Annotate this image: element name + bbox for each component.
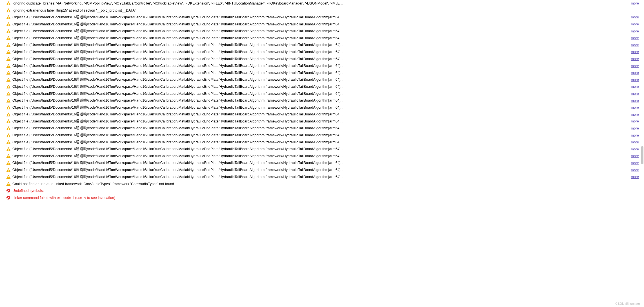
warning-icon	[6, 147, 11, 152]
more-link[interactable]: more	[631, 154, 639, 158]
issue-message: Object file (/Users/hand5/Documents/16通道…	[12, 105, 628, 110]
issue-row[interactable]: Linker command failed with exit code 1 (…	[0, 194, 644, 201]
issue-message: Object file (/Users/hand5/Documents/16通道…	[12, 119, 628, 124]
issue-row[interactable]: Object file (/Users/hand5/Documents/16通道…	[0, 83, 644, 90]
issue-row[interactable]: Undefined symbols:	[0, 187, 644, 194]
more-link[interactable]: more	[631, 43, 639, 47]
more-link[interactable]: more	[631, 64, 639, 68]
issue-message: Object file (/Users/hand5/Documents/16通道…	[12, 98, 628, 103]
issue-row[interactable]: Object file (/Users/hand5/Documents/16通道…	[0, 166, 644, 174]
issue-message: Object file (/Users/hand5/Documents/16通道…	[12, 140, 628, 145]
more-link[interactable]: more	[631, 119, 639, 123]
issue-row[interactable]: Ignoring duplicate libraries: '-lAFNetwo…	[0, 0, 644, 7]
issue-row[interactable]: Object file (/Users/hand5/Documents/16通道…	[0, 76, 644, 84]
svg-point-21	[8, 74, 9, 74]
more-link[interactable]: more	[631, 140, 639, 144]
svg-rect-6	[8, 23, 9, 25]
svg-point-9	[8, 32, 9, 32]
more-link[interactable]: more	[631, 29, 639, 33]
more-link[interactable]: more	[631, 92, 639, 96]
error-icon	[6, 196, 11, 200]
issue-message: Object file (/Users/hand5/Documents/16通道…	[12, 63, 628, 68]
issue-row[interactable]: Object file (/Users/hand5/Documents/16通道…	[0, 132, 644, 139]
issue-row[interactable]: Object file (/Users/hand5/Documents/16通道…	[0, 21, 644, 28]
svg-rect-14	[8, 51, 9, 53]
issue-message: Object file (/Users/hand5/Documents/16通道…	[12, 147, 628, 152]
issue-row[interactable]: Object file (/Users/hand5/Documents/16通道…	[0, 28, 644, 35]
svg-rect-10	[8, 37, 9, 39]
more-link[interactable]: more	[631, 22, 639, 26]
more-link[interactable]: more	[631, 161, 639, 165]
issue-message: Object file (/Users/hand5/Documents/16通道…	[12, 126, 628, 131]
error-icon	[6, 188, 11, 193]
svg-rect-32	[8, 114, 9, 115]
more-link[interactable]: more	[631, 71, 639, 75]
more-link[interactable]: more	[631, 36, 639, 40]
more-link[interactable]: more	[631, 106, 639, 109]
more-link[interactable]: more	[631, 175, 639, 179]
svg-rect-18	[8, 65, 9, 67]
issue-row[interactable]: Ignoring extranenous label 'ltmp15' at e…	[0, 7, 644, 14]
svg-point-39	[8, 136, 9, 137]
svg-rect-2	[8, 10, 9, 11]
issue-row[interactable]: Object file (/Users/hand5/Documents/16通道…	[0, 146, 644, 153]
warning-icon	[6, 168, 11, 172]
warning-icon	[6, 64, 11, 68]
scrollbar-thumb[interactable]	[641, 146, 643, 164]
issue-row[interactable]: Could not find or use auto-linked framew…	[0, 180, 644, 187]
more-link[interactable]: more	[631, 1, 639, 5]
more-link[interactable]: more	[631, 15, 639, 19]
issue-row[interactable]: Object file (/Users/hand5/Documents/16通道…	[0, 62, 644, 69]
issue-message: Object file (/Users/hand5/Documents/16通道…	[12, 29, 628, 34]
issue-row[interactable]: Object file (/Users/hand5/Documents/16通道…	[0, 49, 644, 56]
issue-row[interactable]: Object file (/Users/hand5/Documents/16通道…	[0, 125, 644, 132]
issue-message: Object file (/Users/hand5/Documents/16通道…	[12, 154, 628, 159]
warning-icon	[6, 154, 11, 158]
more-link[interactable]: more	[631, 85, 639, 89]
scrollbar-track[interactable]	[641, 0, 644, 201]
issue-row[interactable]: Object file (/Users/hand5/Documents/16通道…	[0, 14, 644, 21]
issue-message: Object file (/Users/hand5/Documents/16通道…	[12, 43, 628, 47]
issue-message: Object file (/Users/hand5/Documents/16通道…	[12, 71, 628, 75]
svg-point-15	[8, 53, 9, 53]
more-link[interactable]: more	[631, 57, 639, 61]
issue-message: Object file (/Users/hand5/Documents/16通道…	[12, 161, 628, 165]
issue-row[interactable]: Object file (/Users/hand5/Documents/16通道…	[0, 56, 644, 63]
issue-row[interactable]: Object file (/Users/hand5/Documents/16通道…	[0, 118, 644, 125]
warning-icon	[6, 57, 11, 61]
svg-rect-24	[8, 86, 9, 87]
issue-row[interactable]: Object file (/Users/hand5/Documents/16通道…	[0, 69, 644, 76]
more-link[interactable]: more	[631, 78, 639, 82]
issue-row[interactable]: Object file (/Users/hand5/Documents/16通道…	[0, 160, 644, 167]
more-link[interactable]: more	[631, 113, 639, 117]
more-link[interactable]: more	[631, 50, 639, 54]
svg-rect-8	[8, 30, 9, 32]
warning-icon	[6, 84, 11, 89]
warning-icon	[6, 105, 11, 110]
warning-icon	[6, 140, 11, 144]
issue-row[interactable]: Object file (/Users/hand5/Documents/16通道…	[0, 97, 644, 104]
issue-row[interactable]: Object file (/Users/hand5/Documents/16通道…	[0, 104, 644, 111]
more-link[interactable]: more	[631, 99, 639, 103]
svg-point-7	[8, 25, 9, 26]
more-link[interactable]: more	[631, 126, 639, 130]
svg-rect-42	[8, 148, 9, 150]
svg-point-51	[8, 178, 9, 178]
issue-row[interactable]: Object file (/Users/hand5/Documents/16通道…	[0, 111, 644, 118]
issue-row[interactable]: Object file (/Users/hand5/Documents/16通道…	[0, 35, 644, 42]
more-link[interactable]: more	[631, 133, 639, 137]
warning-icon	[6, 8, 11, 13]
issue-row[interactable]: Object file (/Users/hand5/Documents/16通道…	[0, 90, 644, 97]
more-link[interactable]: more	[631, 147, 639, 151]
issue-row[interactable]: Object file (/Users/hand5/Documents/16通道…	[0, 174, 644, 181]
svg-rect-50	[8, 176, 9, 177]
issue-row[interactable]: Object file (/Users/hand5/Documents/16通道…	[0, 153, 644, 160]
svg-point-17	[8, 60, 9, 60]
issue-message: Object file (/Users/hand5/Documents/16通道…	[12, 133, 628, 138]
issue-message: Could not find or use auto-linked framew…	[12, 182, 639, 186]
warning-icon	[6, 98, 11, 103]
issue-row[interactable]: Object file (/Users/hand5/Documents/16通道…	[0, 42, 644, 49]
more-link[interactable]: more	[631, 168, 639, 172]
issue-row[interactable]: Object file (/Users/hand5/Documents/16通道…	[0, 139, 644, 146]
svg-rect-22	[8, 79, 9, 80]
